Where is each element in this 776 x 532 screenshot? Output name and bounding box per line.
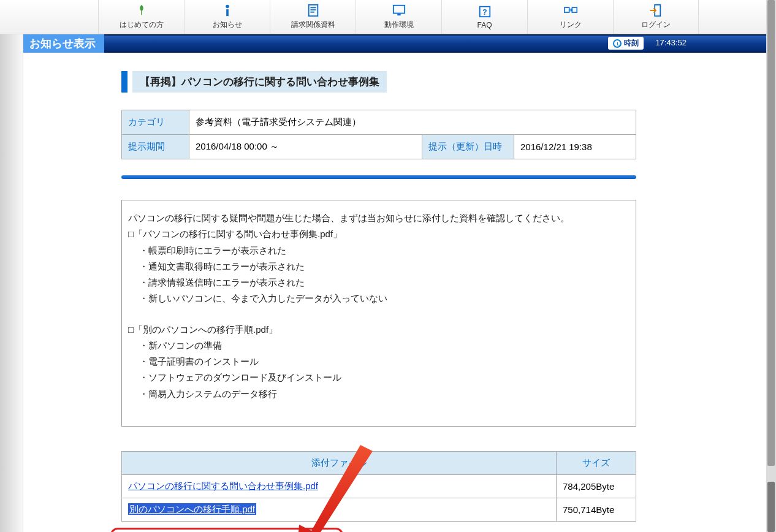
monitor-icon xyxy=(392,4,406,17)
article-meta-table: カテゴリ 参考資料（電子請求受付システム関連） 提示期間 2016/04/18 … xyxy=(121,110,636,159)
svg-text:?: ? xyxy=(482,7,487,16)
info-icon xyxy=(221,4,234,17)
notice-doc2-title: □「別のパソコンへの移行手順.pdf」 xyxy=(128,322,630,338)
notice-doc1-item: ・請求情報送信時にエラーが表示された xyxy=(128,275,630,291)
nav-label: リンク xyxy=(560,20,582,30)
column-header-size: サイズ xyxy=(557,452,636,475)
nav-document[interactable]: 請求関係資料 xyxy=(270,0,356,34)
svg-rect-0 xyxy=(141,10,142,15)
document-icon xyxy=(306,4,320,17)
notice-doc2-item: ・ソフトウェアのダウンロード及びインストール xyxy=(128,370,630,386)
svg-rect-7 xyxy=(393,6,404,13)
nav-label: はじめての方 xyxy=(120,20,164,30)
notice-doc1-item: ・通知文書取得時にエラーが表示された xyxy=(128,259,630,275)
main-content: 【再掲】パソコンの移行に関する問い合わせ事例集 カテゴリ 参考資料（電子請求受付… xyxy=(23,53,766,532)
nav-sprout[interactable]: はじめての方 xyxy=(98,0,184,34)
nav-login[interactable]: ログイン xyxy=(613,0,699,34)
article-header: 【再掲】パソコンの移行に関する問い合わせ事例集 xyxy=(121,71,668,93)
nav-label: ログイン xyxy=(641,20,671,30)
attachment-row: パソコンの移行に関する問い合わせ事例集.pdf784,205Byte xyxy=(122,475,636,498)
clock-widget: 時刻 xyxy=(608,37,644,50)
login-icon xyxy=(649,4,663,17)
left-decorative-stripe xyxy=(0,34,23,532)
notice-doc1-item: ・帳票印刷時にエラーが表示された xyxy=(128,243,630,259)
notice-doc2-item: ・簡易入力システムのデータ移行 xyxy=(128,386,630,402)
svg-rect-8 xyxy=(397,14,401,16)
scrollbar-thumb-bottom[interactable] xyxy=(767,482,775,532)
attachment-size-cell: 784,205Byte xyxy=(557,475,636,498)
attachment-name-cell: パソコンの移行に関する問い合わせ事例集.pdf xyxy=(122,475,557,498)
top-navigation: はじめての方お知らせ請求関係資料動作環境?FAQリンクログイン xyxy=(0,0,766,34)
attachment-row: 別のパソコンへの移行手順.pdf750,714Byte xyxy=(122,498,636,522)
nav-monitor[interactable]: 動作環境 xyxy=(356,0,441,34)
period-value: 2016/04/18 00:00 ～ xyxy=(189,135,422,159)
svg-rect-2 xyxy=(226,9,229,16)
nav-faq[interactable]: ?FAQ xyxy=(441,0,527,34)
notice-textarea[interactable]: パソコンの移行に関する疑問や問題が生じた場合、まずは当お知らせに添付した資料を確… xyxy=(121,200,636,427)
notice-doc1-item: ・新しいパソコンに、今まで入力したデータが入っていない xyxy=(128,291,630,306)
nav-label: 動作環境 xyxy=(384,20,414,30)
title-accent-bar xyxy=(121,71,127,93)
page-banner: お知らせ表示 時刻 17:43:52 xyxy=(0,34,766,53)
attachments-table: 添付ファイル サイズ パソコンの移行に関する問い合わせ事例集.pdf784,20… xyxy=(121,451,636,522)
attachment-size-cell: 750,714Byte xyxy=(557,498,636,522)
svg-rect-12 xyxy=(572,7,577,12)
clock-label: 時刻 xyxy=(624,38,639,48)
period-label: 提示期間 xyxy=(122,135,189,159)
scrollbar-thumb-top[interactable] xyxy=(767,0,775,466)
updated-value: 2016/12/21 19:38 xyxy=(514,135,636,159)
annotation-highlight-box xyxy=(110,528,343,532)
attachment-name-cell: 別のパソコンへの移行手順.pdf xyxy=(122,498,557,522)
browser-scrollbar[interactable] xyxy=(766,0,776,532)
faq-icon: ? xyxy=(478,5,492,18)
current-time: 17:43:52 xyxy=(655,38,687,47)
nav-link[interactable]: リンク xyxy=(527,0,613,34)
article-title: 【再掲】パソコンの移行に関する問い合わせ事例集 xyxy=(132,71,387,93)
attachment-link[interactable]: パソコンの移行に関する問い合わせ事例集.pdf xyxy=(128,481,318,491)
section-divider xyxy=(121,175,636,179)
category-value: 参考資料（電子請求受付システム関連） xyxy=(189,110,636,135)
svg-point-1 xyxy=(226,5,229,9)
category-label: カテゴリ xyxy=(122,110,189,135)
nav-label: FAQ xyxy=(477,21,492,29)
notice-intro: パソコンの移行に関する疑問や問題が生じた場合、まずは当お知らせに添付した資料を確… xyxy=(128,210,630,226)
nav-label: お知らせ xyxy=(213,20,242,30)
sprout-icon xyxy=(135,4,148,17)
link-icon xyxy=(564,4,577,17)
updated-label: 提示（更新）日時 xyxy=(422,135,514,159)
page-title: お知らせ表示 xyxy=(21,34,104,53)
nav-info[interactable]: お知らせ xyxy=(184,0,270,34)
notice-doc1-title: □「パソコンの移行に関する問い合わせ事例集.pdf」 xyxy=(128,226,630,242)
notice-doc2-item: ・新パソコンの準備 xyxy=(128,338,630,354)
nav-label: 請求関係資料 xyxy=(291,20,335,30)
clock-icon xyxy=(613,39,622,48)
svg-rect-11 xyxy=(564,7,569,12)
notice-doc2-item: ・電子証明書のインストール xyxy=(128,354,630,370)
attachment-link[interactable]: 別のパソコンへの移行手順.pdf xyxy=(128,503,256,515)
column-header-file: 添付ファイル xyxy=(122,452,557,475)
